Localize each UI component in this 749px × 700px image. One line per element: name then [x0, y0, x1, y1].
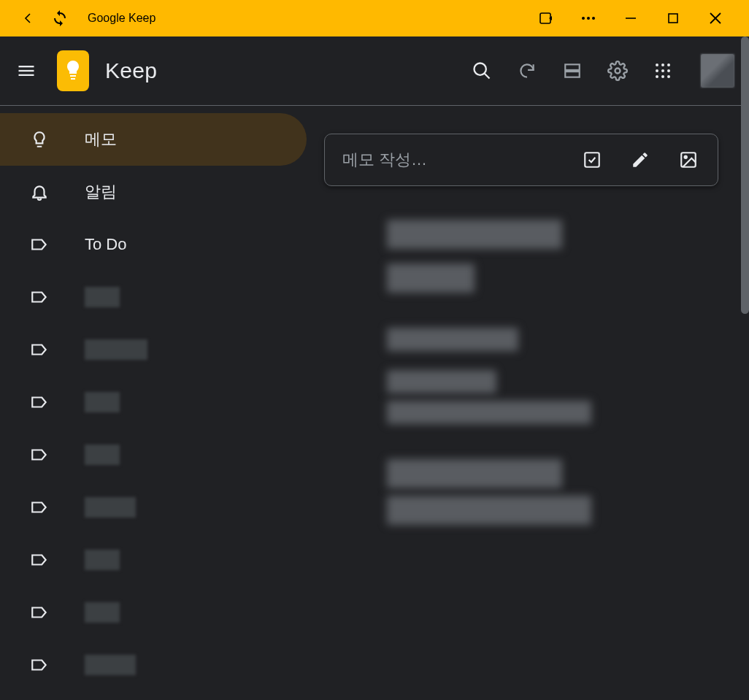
svg-point-29	[685, 156, 687, 158]
sync-button[interactable]	[51, 9, 69, 27]
window-titlebar: Google Keep	[0, 0, 749, 36]
sidebar-item-label-3[interactable]	[0, 271, 307, 323]
compose-placeholder: 메모 작성…	[342, 149, 572, 171]
account-avatar[interactable]	[701, 54, 734, 88]
compose-note[interactable]: 메모 작성…	[324, 134, 718, 186]
more-button[interactable]	[580, 9, 597, 27]
svg-line-14	[485, 74, 490, 79]
bell-icon	[28, 182, 51, 201]
svg-rect-15	[565, 64, 580, 70]
notes-list	[387, 220, 731, 525]
app-title: Keep	[105, 58, 157, 83]
label-icon	[28, 340, 51, 359]
sidebar-item-label	[85, 339, 147, 360]
sidebar-item-label-10[interactable]	[0, 639, 307, 691]
svg-point-26	[667, 75, 670, 78]
sidebar-item-label	[85, 287, 120, 307]
read-aloud-button[interactable]	[537, 9, 555, 27]
svg-rect-10	[19, 74, 34, 76]
svg-rect-9	[19, 70, 34, 72]
svg-rect-16	[565, 72, 580, 77]
sidebar-item-label	[85, 550, 120, 570]
note-card[interactable]	[387, 328, 642, 424]
label-icon	[28, 498, 51, 517]
maximize-button[interactable]	[664, 9, 682, 27]
note-card[interactable]	[387, 220, 642, 293]
svg-point-21	[656, 69, 658, 72]
main-menu-button[interactable]	[9, 53, 44, 88]
label-icon	[28, 235, 51, 254]
label-icon	[28, 655, 51, 674]
app-header: Keep	[0, 36, 749, 106]
sidebar-item-label: 알림	[85, 181, 117, 203]
sidebar-item-label-8[interactable]	[0, 534, 307, 586]
sidebar-item-label-5[interactable]	[0, 376, 307, 428]
google-apps-button[interactable]	[642, 50, 683, 91]
scrollbar[interactable]	[741, 36, 749, 314]
svg-point-3	[592, 17, 595, 20]
sidebar-item-label	[85, 445, 120, 465]
sidebar-item-label	[85, 602, 120, 623]
svg-rect-0	[540, 13, 550, 23]
sidebar: 메모알림To Do	[0, 106, 307, 700]
svg-rect-5	[669, 14, 677, 23]
sidebar-item-알림[interactable]: 알림	[0, 166, 307, 218]
list-view-button[interactable]	[552, 50, 593, 91]
svg-point-18	[656, 64, 658, 66]
svg-point-25	[661, 75, 664, 78]
keep-logo[interactable]	[57, 50, 89, 91]
svg-point-13	[475, 64, 486, 75]
main-content: 메모 작성…	[307, 106, 749, 700]
new-list-button[interactable]	[572, 139, 612, 180]
svg-point-23	[667, 69, 670, 72]
sidebar-item-label: To Do	[85, 235, 126, 254]
sidebar-item-label-7[interactable]	[0, 481, 307, 534]
sidebar-item-label	[85, 497, 136, 518]
new-drawing-button[interactable]	[620, 139, 661, 180]
label-icon	[28, 393, 51, 412]
label-icon	[28, 288, 51, 307]
svg-rect-12	[71, 78, 75, 80]
new-image-note-button[interactable]	[668, 139, 709, 180]
refresh-button[interactable]	[507, 50, 548, 91]
sidebar-item-label-4[interactable]	[0, 323, 307, 376]
sidebar-item-label: 메모	[85, 128, 117, 150]
minimize-button[interactable]	[622, 9, 639, 27]
svg-rect-8	[19, 66, 34, 67]
window-title: Google Keep	[88, 12, 155, 25]
lightbulb-icon	[28, 130, 51, 149]
sidebar-item-label	[85, 655, 136, 675]
svg-point-20	[667, 64, 670, 66]
sidebar-item-label	[85, 392, 120, 412]
close-button[interactable]	[707, 9, 724, 27]
back-button[interactable]	[19, 9, 37, 27]
sidebar-item-label-9[interactable]	[0, 586, 307, 639]
svg-point-2	[587, 17, 590, 20]
svg-rect-11	[70, 75, 76, 77]
sidebar-item-label-6[interactable]	[0, 428, 307, 481]
svg-point-24	[656, 75, 658, 78]
sidebar-item-to-do[interactable]: To Do	[0, 218, 307, 271]
svg-point-22	[661, 69, 664, 72]
svg-point-1	[582, 17, 585, 20]
label-icon	[28, 550, 51, 569]
note-card[interactable]	[387, 459, 642, 525]
label-icon	[28, 445, 51, 464]
search-button[interactable]	[461, 50, 502, 91]
svg-point-19	[661, 64, 664, 66]
label-icon	[28, 603, 51, 622]
settings-button[interactable]	[597, 50, 638, 91]
svg-point-17	[615, 69, 621, 74]
svg-rect-27	[585, 153, 599, 167]
sidebar-item-메모[interactable]: 메모	[0, 113, 307, 166]
